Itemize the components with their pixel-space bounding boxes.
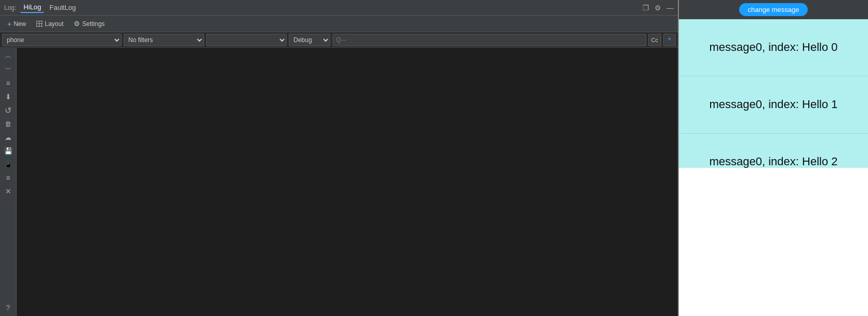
x-close-icon[interactable]: ✕ xyxy=(2,185,15,198)
plus-icon: + xyxy=(7,20,11,28)
right-panel: change message message0, index: Hello 0 … xyxy=(678,0,868,316)
left-panel: Log: HiLog FaultLog ❐ ⚙ — + New Layout ⚙… xyxy=(0,0,678,316)
nofilter-select[interactable]: No filters xyxy=(124,34,204,46)
menu-hilog[interactable]: HiLog xyxy=(20,2,44,13)
chevron-up-icon[interactable]: ︿ xyxy=(2,50,15,62)
toolbar: + New Layout ⚙ Settings xyxy=(0,16,678,32)
log-area[interactable] xyxy=(17,48,678,316)
minimize-window-icon[interactable]: — xyxy=(666,4,674,12)
message-item-1: message0, index: Hello 1 xyxy=(679,76,868,134)
settings-button[interactable]: ⚙ Settings xyxy=(71,19,108,29)
download-icon[interactable]: ⬇ xyxy=(2,90,15,103)
filter-bar: phone No filters Debug Info Warn Error C… xyxy=(0,32,678,48)
new-button[interactable]: + New xyxy=(4,19,29,29)
level-select[interactable]: Debug Info Warn Error xyxy=(289,34,330,46)
help-question-icon[interactable]: ? xyxy=(2,301,15,314)
case-sensitive-button[interactable]: Cc xyxy=(648,34,661,46)
grid-icon xyxy=(36,21,43,27)
menu-faultlog[interactable]: FaultLog xyxy=(46,3,79,12)
save-icon[interactable]: 💾 xyxy=(2,144,15,157)
phone-top-bar: change message xyxy=(679,0,868,19)
trash-icon[interactable]: 🗑 xyxy=(2,117,15,130)
list-settings-icon[interactable]: ≡ xyxy=(2,172,15,184)
filter-lines-icon[interactable]: ≡ xyxy=(2,77,15,89)
gear-icon: ⚙ xyxy=(74,20,80,28)
message-item-2: message0, index: Hello 2 xyxy=(679,134,868,168)
restore-window-icon[interactable]: ❐ xyxy=(643,4,649,12)
layout-button[interactable]: Layout xyxy=(33,19,66,29)
phone-device-icon[interactable]: 📱 xyxy=(2,158,15,170)
cloud-icon[interactable]: ☁ xyxy=(2,131,15,143)
change-message-button[interactable]: change message xyxy=(739,3,807,16)
side-icons-panel: ︿ ﹀ ≡ ⬇ ↺ 🗑 ☁ 💾 📱 ≡ ✕ ? xyxy=(0,48,17,316)
message-text-1: message0, index: Hello 1 xyxy=(709,97,837,113)
regex-button[interactable]: * xyxy=(663,34,676,46)
device-select[interactable]: phone xyxy=(2,34,122,46)
settings-window-icon[interactable]: ⚙ xyxy=(655,4,661,12)
message-item-0: message0, index: Hello 0 xyxy=(679,19,868,76)
main-content: ︿ ﹀ ≡ ⬇ ↺ 🗑 ☁ 💾 📱 ≡ ✕ ? xyxy=(0,48,678,316)
chevron-down-icon[interactable]: ﹀ xyxy=(2,63,15,76)
search-input[interactable] xyxy=(332,34,646,46)
phone-screen: message0, index: Hello 0 message0, index… xyxy=(679,19,868,168)
menu-bar: Log: HiLog FaultLog ❐ ⚙ — xyxy=(0,0,678,16)
phone-bottom-area xyxy=(679,168,868,317)
tag-select[interactable] xyxy=(206,34,287,46)
message-text-0: message0, index: Hello 0 xyxy=(709,40,837,56)
refresh-icon[interactable]: ↺ xyxy=(2,104,15,116)
message-text-2: message0, index: Hello 2 xyxy=(709,154,837,167)
log-label: Log: xyxy=(4,4,16,11)
